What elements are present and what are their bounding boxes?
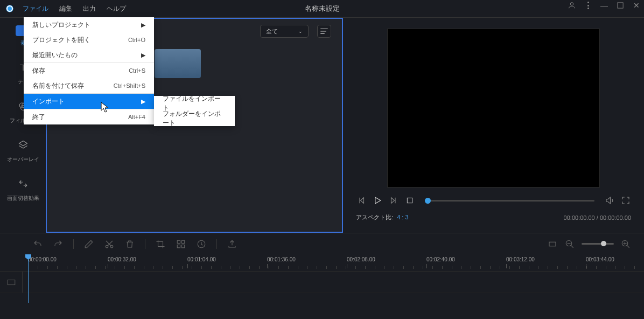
transition-icon <box>16 176 31 191</box>
menu-item-label: 終了 <box>32 113 45 122</box>
menu-item-label: 名前を付けて保存 <box>32 81 84 91</box>
ruler-tick: 00:03:12.00 <box>506 256 535 262</box>
minimize-button[interactable]: — <box>600 1 608 10</box>
timeline-ruler[interactable]: 00:00:00.0000:00:32.0000:01:04.0000:01:3… <box>0 254 644 272</box>
menu-file[interactable]: ファイル <box>19 2 52 16</box>
prev-frame-button[interactable] <box>356 195 367 206</box>
menu-item-label: 新しいプロジェクト <box>32 20 90 30</box>
play-button[interactable] <box>372 195 383 206</box>
preview-panel: アスペクト比: 4 : 3 00:00:00.00 / 00:00:00.00 <box>343 18 644 233</box>
ruler-tick: 00:02:40.00 <box>426 256 455 262</box>
sidebar-item-transition[interactable]: 画面切替効果 <box>7 176 39 202</box>
menu-item-label: プロジェクトを開く <box>32 36 90 45</box>
aspect-label: アスペクト比: <box>356 214 393 220</box>
svg-rect-10 <box>177 245 180 247</box>
sidebar-item-label: 画面切替効果 <box>7 195 39 202</box>
next-frame-button[interactable] <box>388 195 399 206</box>
svg-rect-9 <box>182 240 185 243</box>
chevron-right-icon: ▶ <box>141 52 145 59</box>
sidebar-item-overlay[interactable]: オーバーレイ <box>7 137 39 163</box>
app-logo <box>4 3 15 14</box>
chevron-right-icon: ▶ <box>141 22 145 29</box>
shortcut-label: Ctrl+O <box>128 37 145 43</box>
crop-tool[interactable] <box>155 239 166 249</box>
player-controls <box>356 195 631 206</box>
preview-canvas <box>387 29 600 188</box>
stop-button[interactable] <box>404 195 415 206</box>
menu-save[interactable]: 保存 Ctrl+S <box>24 63 154 78</box>
svg-rect-11 <box>182 245 185 247</box>
shortcut-label: Ctrl+S <box>129 67 145 74</box>
volume-icon[interactable] <box>604 195 615 206</box>
zoom-out-button[interactable] <box>564 239 575 249</box>
menu-recent[interactable]: 最近開いたもの ▶ <box>24 47 154 63</box>
menu-exit[interactable]: 終了 Alt+F4 <box>24 109 154 124</box>
menu-output[interactable]: 出力 <box>80 2 99 16</box>
export-button[interactable] <box>227 239 237 249</box>
track-header[interactable] <box>0 272 23 293</box>
undo-button[interactable] <box>32 239 43 249</box>
shortcut-label: Alt+F4 <box>128 114 145 120</box>
aspect-value: 4 : 3 <box>397 214 408 220</box>
overlay-icon <box>16 137 31 152</box>
zoom-slider[interactable] <box>582 243 614 245</box>
title-bar: ファイル 編集 出力 ヘルプ 名称未設定 — ✕ <box>0 0 644 17</box>
menu-item-label: 保存 <box>32 66 45 75</box>
menu-import[interactable]: インポート ▶ <box>24 94 154 109</box>
ruler-tick: 00:03:44.00 <box>586 256 614 262</box>
svg-rect-13 <box>549 242 556 246</box>
chevron-right-icon: ▶ <box>141 98 145 105</box>
menu-new-project[interactable]: 新しいプロジェクト ▶ <box>24 17 154 32</box>
menu-open-project[interactable]: プロジェクトを開く Ctrl+O <box>24 32 154 47</box>
submenu-import-folder[interactable]: フォルダーをインポート <box>154 111 235 126</box>
playhead[interactable] <box>28 254 29 303</box>
file-dropdown-menu: 新しいプロジェクト ▶ プロジェクトを開く Ctrl+O 最近開いたもの ▶ 保… <box>24 17 154 124</box>
ruler-tick: 00:00:32.00 <box>108 256 136 262</box>
media-thumbnail[interactable] <box>155 49 201 78</box>
redo-button[interactable] <box>53 239 64 249</box>
video-track[interactable] <box>0 272 644 293</box>
sort-button[interactable] <box>317 25 331 38</box>
toolbar-divider <box>216 239 217 249</box>
fit-zoom-button[interactable] <box>547 239 558 249</box>
preview-info-row: アスペクト比: 4 : 3 00:00:00.00 / 00:00:00.00 <box>356 213 631 221</box>
mosaic-tool[interactable] <box>176 239 186 249</box>
ruler-tick: 00:01:36.00 <box>267 256 296 262</box>
delete-button[interactable] <box>124 239 135 249</box>
timeline-tracks <box>0 272 644 304</box>
menu-item-label: インポート <box>32 97 65 106</box>
svg-point-0 <box>570 3 573 5</box>
menu-item-label: 最近開いたもの <box>32 51 78 60</box>
svg-rect-5 <box>407 198 412 203</box>
kebab-menu-icon[interactable] <box>584 1 592 10</box>
close-button[interactable]: ✕ <box>632 1 641 10</box>
sidebar-item-label: オーバーレイ <box>7 156 39 163</box>
aspect-label-group: アスペクト比: 4 : 3 <box>356 213 409 221</box>
chevron-down-icon: ⌄ <box>298 29 303 34</box>
scrubber-handle[interactable] <box>425 198 431 204</box>
ruler-tick: 00:01:04.00 <box>187 256 216 262</box>
toolbar-divider <box>73 239 74 249</box>
timeline-toolbar <box>0 233 644 254</box>
menu-bar: ファイル 編集 出力 ヘルプ <box>19 2 129 16</box>
ruler-tick: 00:02:08.00 <box>347 256 375 262</box>
speed-tool[interactable] <box>196 239 207 249</box>
menu-save-as[interactable]: 名前を付けて保存 Ctrl+Shift+S <box>24 78 154 93</box>
zoom-in-button[interactable] <box>620 239 631 249</box>
edit-tool[interactable] <box>83 239 94 249</box>
menu-help[interactable]: ヘルプ <box>103 2 129 16</box>
shortcut-label: Ctrl+Shift+S <box>114 82 145 89</box>
select-value: 全て <box>266 27 278 36</box>
zoom-controls <box>547 239 631 249</box>
user-icon[interactable] <box>568 1 576 10</box>
media-filter-select[interactable]: 全て ⌄ <box>260 25 309 38</box>
cut-tool[interactable] <box>104 239 115 249</box>
zoom-handle[interactable] <box>601 241 606 246</box>
maximize-button[interactable] <box>616 1 625 10</box>
fullscreen-icon[interactable] <box>620 195 631 206</box>
preview-scrubber[interactable] <box>425 200 594 202</box>
svg-rect-8 <box>177 240 180 243</box>
submenu-import-file[interactable]: ファイルをインポート <box>154 96 235 111</box>
svg-rect-16 <box>8 280 15 285</box>
menu-edit[interactable]: 編集 <box>56 2 75 16</box>
